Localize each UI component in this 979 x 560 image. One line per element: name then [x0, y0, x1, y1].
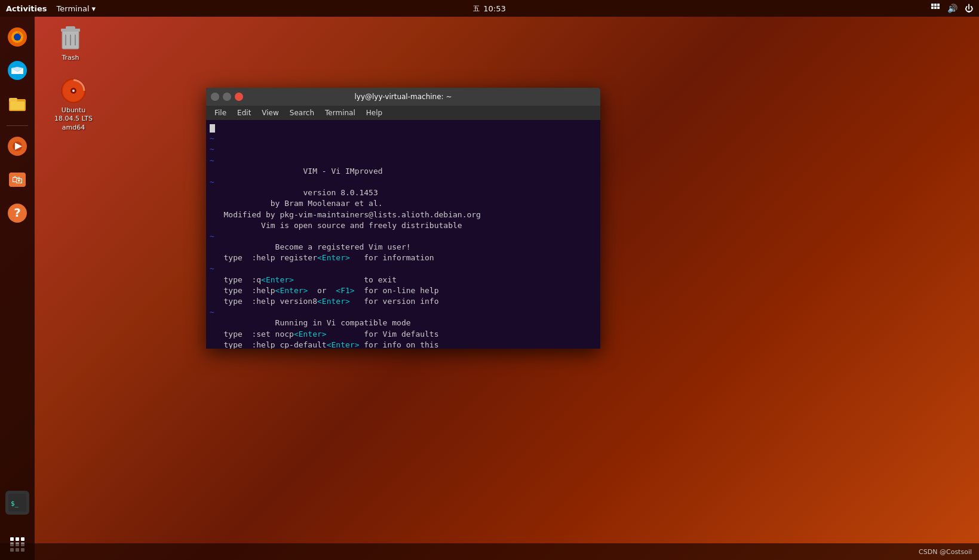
window-controls — [211, 93, 243, 101]
vim-tilde-4: ~ — [210, 177, 597, 187]
svg-text:$_: $_ — [11, 500, 19, 507]
topbar-left: Activities Terminal ▾ — [6, 4, 96, 13]
svg-rect-11 — [9, 98, 17, 101]
vim-line-version-info: type :help version8<Enter> for version i… — [210, 296, 597, 307]
svg-point-40 — [72, 90, 75, 92]
dock-separator — [7, 125, 28, 126]
vim-tilde-6: ~ — [210, 263, 597, 274]
dock-item-thunderbird[interactable] — [0, 56, 35, 86]
menu-help[interactable]: Help — [361, 107, 387, 118]
vim-line-version: version 8.0.1453 — [210, 187, 597, 198]
vim-line-vi-compat: Running in Vi compatible mode — [210, 318, 597, 328]
close-button[interactable] — [235, 93, 243, 101]
dock-item-help[interactable]: ? — [0, 199, 35, 229]
terminal-menu[interactable]: Terminal ▾ — [57, 4, 96, 13]
vim-line-nocp: type :set nocp<Enter> for Vim defaults — [210, 329, 597, 340]
rhythmbox-icon — [5, 134, 29, 158]
power-icon[interactable]: ⏻ — [965, 4, 973, 13]
menu-edit[interactable]: Edit — [232, 107, 256, 118]
desktop-icon-ubuntu-dvd[interactable]: Ubuntu18.04.5 LTSamd64 — [47, 76, 100, 132]
dock-item-files[interactable] — [0, 90, 35, 119]
terminal-titlebar: lyy@lyy-virtual-machine: ~ — [206, 88, 600, 106]
terminal-menubar: File Edit View Search Terminal Help — [206, 106, 600, 120]
svg-text:?: ? — [14, 205, 21, 220]
dock-item-firefox[interactable] — [0, 23, 35, 53]
dock-item-rhythmbox[interactable] — [0, 132, 35, 162]
vim-line-help: type :help<Enter> or <F1> for on-line he… — [210, 285, 597, 296]
dock: 🛍 ? $_ — [0, 17, 35, 560]
svg-rect-12 — [10, 101, 24, 110]
appstore-icon: 🛍 — [5, 168, 29, 192]
terminal-dock-icon: $_ — [5, 491, 29, 515]
activities-button[interactable]: Activities — [6, 4, 47, 13]
vim-line-opensource: Vim is open source and freely distributa… — [210, 220, 597, 231]
help-icon: ? — [5, 201, 29, 225]
dock-item-terminal[interactable]: $_ — [0, 488, 35, 518]
svg-rect-24 — [21, 537, 24, 541]
svg-rect-0 — [931, 4, 934, 6]
minimize-button[interactable] — [211, 93, 219, 101]
bottombar: CSDN @Costsoil — [0, 543, 979, 560]
clock-icon: 五 — [473, 4, 480, 13]
ubuntu-dvd-icon — [59, 76, 88, 105]
vim-line-register-header: Become a registered Vim user! — [210, 242, 597, 253]
vim-line-cpdefault: type :help cp-default<Enter> for info on… — [210, 340, 597, 349]
vim-tilde-1: ~ — [210, 133, 597, 144]
terminal-window: lyy@lyy-virtual-machine: ~ File Edit Vie… — [206, 88, 600, 349]
files-icon — [5, 92, 29, 116]
vim-line-modified: Modified by pkg-vim-maintainers@lists.al… — [210, 210, 597, 220]
volume-icon[interactable]: 🔊 — [947, 4, 957, 13]
desktop-icon-trash[interactable]: Trash — [47, 24, 94, 62]
svg-text:🛍: 🛍 — [12, 173, 23, 186]
vim-line-exit: type :q<Enter> to exit — [210, 275, 597, 285]
topbar-right: 🔊 ⏻ — [931, 3, 973, 14]
network-icon[interactable] — [931, 3, 940, 14]
svg-rect-3 — [931, 7, 934, 9]
svg-rect-22 — [10, 537, 14, 541]
menu-search[interactable]: Search — [285, 107, 319, 118]
firefox-icon — [5, 25, 29, 49]
svg-rect-5 — [937, 7, 940, 9]
vim-tilde-7: ~ — [210, 307, 597, 318]
topbar-center: 五 10:53 — [473, 4, 505, 13]
vim-tilde-2: ~ — [210, 144, 597, 155]
vim-line-title: VIM - Vi IMproved — [210, 166, 597, 177]
svg-rect-4 — [934, 7, 937, 9]
dock-item-appstore[interactable]: 🛍 — [0, 165, 35, 195]
vim-tilde-5: ~ — [210, 231, 597, 242]
clock-time: 10:53 — [483, 4, 505, 13]
menu-view[interactable]: View — [257, 107, 283, 118]
vim-line-register: type :help register<Enter> for informati… — [210, 253, 597, 263]
trash-label: Trash — [62, 54, 79, 62]
menu-terminal[interactable]: Terminal — [320, 107, 360, 118]
thunderbird-icon — [5, 59, 29, 82]
svg-rect-33 — [66, 26, 75, 29]
svg-rect-1 — [934, 4, 937, 6]
ubuntu-dvd-label: Ubuntu18.04.5 LTSamd64 — [54, 106, 93, 132]
menu-file[interactable]: File — [210, 107, 231, 118]
svg-rect-23 — [16, 537, 19, 541]
topbar: Activities Terminal ▾ 五 10:53 🔊 ⏻ — [0, 0, 979, 17]
terminal-body[interactable]: ~ ~ ~ VIM - Vi IMproved ~ version 8.0.14… — [206, 120, 600, 349]
vim-tilde-3: ~ — [210, 155, 597, 166]
svg-rect-2 — [937, 4, 940, 6]
bottombar-text: CSDN @Costsoil — [919, 548, 972, 556]
terminal-menu-label: Terminal — [57, 4, 90, 13]
terminal-menu-arrow: ▾ — [92, 4, 96, 13]
terminal-title: lyy@lyy-virtual-machine: ~ — [354, 93, 452, 101]
maximize-button[interactable] — [223, 93, 231, 101]
trash-icon — [56, 24, 85, 53]
terminal-prompt-line — [210, 122, 597, 133]
vim-line-author: by Bram Moolenaar et al. — [210, 198, 597, 209]
